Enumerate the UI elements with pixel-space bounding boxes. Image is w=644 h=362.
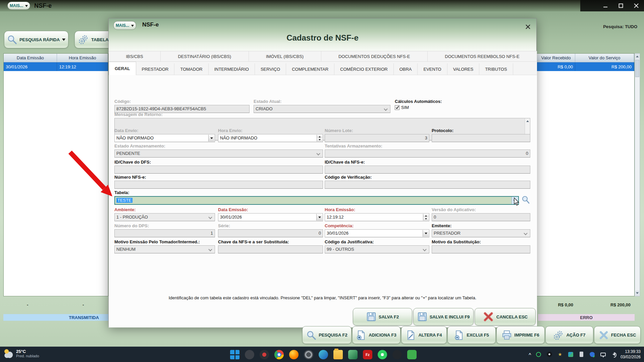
salva-label: SALVA F2 xyxy=(379,314,399,319)
tab-documentos-deducoes-nfs-e[interactable]: DOCUMENTOS DEDUÇÕES NFS-E xyxy=(321,51,428,61)
codigo-justificativa-label: Código da Justificativa: xyxy=(325,239,429,244)
scrollbar-thumb[interactable] xyxy=(635,60,639,77)
exclui-button[interactable]: EXCLUI F5 xyxy=(447,326,496,344)
scroll-up-button[interactable] xyxy=(635,54,639,59)
whatsapp-tray-icon[interactable] xyxy=(535,351,542,358)
chave-substituida-input[interactable] xyxy=(218,245,323,253)
gears-icon xyxy=(78,34,89,45)
minimize-button[interactable] xyxy=(598,0,613,11)
maximize-button[interactable] xyxy=(613,0,629,11)
cell-hora-emissao: 12:19:12 xyxy=(57,62,108,71)
emitente-select[interactable]: PRESTADOR xyxy=(432,229,530,237)
spin-down-button[interactable] xyxy=(317,138,322,141)
tab-evento[interactable]: EVENTO xyxy=(418,63,447,75)
green-app-icon[interactable] xyxy=(407,350,417,359)
dialog-mais-menu-button[interactable]: MAIS... xyxy=(113,21,136,30)
spreadsheet-app-icon[interactable] xyxy=(348,350,358,359)
firefox-icon[interactable] xyxy=(289,350,299,359)
competencia-combo[interactable]: 30/01/2026 xyxy=(325,229,429,237)
altera-button[interactable]: ALTERA F4 xyxy=(401,326,447,344)
column-header-hora-emissao[interactable]: Hora Emissão xyxy=(57,54,108,62)
tab-obra[interactable]: OBRA xyxy=(394,63,418,75)
tray-expand-icon[interactable]: ^ xyxy=(529,352,531,357)
column-header-valor-servico[interactable]: Valor do Serviço xyxy=(575,54,634,62)
fecha-button[interactable]: FECHA ESC xyxy=(594,326,641,344)
settings-gear-icon[interactable] xyxy=(304,350,313,359)
dropdown-button[interactable] xyxy=(208,135,214,141)
tabela-search-button[interactable] xyxy=(521,195,530,204)
mais-menu-button[interactable]: MAIS... xyxy=(7,2,30,10)
hora-envio-label: Hora Envio: xyxy=(218,128,323,133)
usb-tray-icon[interactable] xyxy=(578,351,585,358)
obs-tray-icon[interactable] xyxy=(546,351,553,358)
media-app-icon[interactable] xyxy=(260,350,269,359)
spin-up-button[interactable] xyxy=(317,135,322,138)
dark-circle-app-icon[interactable] xyxy=(392,350,402,359)
pesquisa-button[interactable]: PESQUISA F2 xyxy=(302,326,352,344)
cancela-button[interactable]: CANCELA ESC xyxy=(475,308,536,325)
tabela-dropdown-button[interactable] xyxy=(512,197,518,204)
edge-icon[interactable] xyxy=(319,350,328,359)
taskbar-app-icons: Fz xyxy=(230,350,417,359)
estado-armazenamento-select: PENDENTE xyxy=(114,149,323,158)
tab-imovel-ibs-cbs[interactable]: IMÓVEL (IBS/CBS) xyxy=(249,51,321,61)
column-header-data-emissao[interactable]: Data Emissão xyxy=(4,54,57,62)
filezilla-icon[interactable]: Fz xyxy=(363,350,372,359)
security-shield-icon[interactable] xyxy=(589,351,596,358)
spin-down-button[interactable] xyxy=(423,217,429,221)
dark-app-icon[interactable] xyxy=(245,350,254,359)
table-row-selected-right[interactable]: R$ 0,00 R$ 200,00 xyxy=(537,62,634,71)
quick-search-button[interactable]: PESQUISA RÁPIDA xyxy=(4,31,68,48)
chrome-icon[interactable] xyxy=(274,350,284,359)
whatsapp-icon[interactable] xyxy=(378,350,387,359)
scroll-down-button[interactable] xyxy=(635,291,639,296)
tab-comercio-exterior[interactable]: COMÉRCIO EXTERIOR xyxy=(334,63,394,75)
tab-ibs-cbs[interactable]: IBS/CBS xyxy=(109,51,161,61)
tab-complementar[interactable]: COMPLEMENTAR xyxy=(286,63,334,75)
dropdown-button[interactable] xyxy=(423,230,429,237)
tab-servico[interactable]: SERVIÇO xyxy=(255,63,286,75)
chevron-down-icon xyxy=(62,39,65,43)
acao-button[interactable]: AÇÃO F7 xyxy=(545,326,593,344)
salva-button[interactable]: SALVA F2 xyxy=(353,308,412,325)
hora-emissao-spinner[interactable]: 12:19:12 xyxy=(325,213,429,221)
photos-tray-icon[interactable] xyxy=(568,351,574,358)
results-grid-right: Valor Recebido Valor do Serviço R$ 0,00 … xyxy=(537,53,635,296)
tab-valores[interactable]: VALORES xyxy=(447,63,479,75)
weather-widget[interactable]: 25°C Pred. nublado xyxy=(3,349,39,359)
network-tray-icon[interactable] xyxy=(600,351,606,358)
start-button[interactable] xyxy=(230,350,239,359)
volume-tray-icon[interactable] xyxy=(610,351,617,358)
ambiente-select[interactable]: 1 - PRODUÇÃO xyxy=(114,213,215,221)
taskbar-clock[interactable]: 13:39:33 03/02/2026 xyxy=(621,349,641,360)
salva-e-inclui-button[interactable]: SALVA E INCLUI F9 xyxy=(413,308,474,325)
tab-geral[interactable]: GERAL xyxy=(109,62,136,75)
tab-destinatario-ibs-cbs[interactable]: DESTINATÁRIO (IBS/CBS) xyxy=(161,51,249,61)
dropdown-button[interactable] xyxy=(316,214,322,221)
weather-icon xyxy=(3,349,13,359)
codigo-justificativa-select[interactable]: 99 - OUTROS xyxy=(325,245,429,253)
tabela-button-label: TABELA xyxy=(91,37,109,42)
column-header-valor-recebido[interactable]: Valor Recebido xyxy=(537,54,575,62)
tabela-input[interactable]: TESTE xyxy=(114,196,519,205)
tab-documentos-reembolso-nfs-e[interactable]: DOCUMENTOS REEMBOLSO NFS-E xyxy=(428,51,537,61)
folder-icon[interactable] xyxy=(333,350,343,359)
tab-intermediario[interactable]: INTERMEDIÁRIO xyxy=(209,63,255,75)
close-icon xyxy=(634,3,639,8)
spin-up-button[interactable] xyxy=(423,214,429,217)
star-tray-icon[interactable]: ★ xyxy=(557,351,564,358)
hora-envio-spinner[interactable]: NÃO INFORMADO xyxy=(218,134,323,142)
tab-prestador[interactable]: PRESTADOR xyxy=(136,63,175,75)
adiciona-button[interactable]: ADICIONA F3 xyxy=(352,326,400,344)
tabela-label: Tabela: xyxy=(114,190,519,195)
tab-tomador[interactable]: TOMADOR xyxy=(174,63,208,75)
imprime-button[interactable]: IMPRIME F6 xyxy=(496,326,545,344)
data-envio-combo[interactable]: NÃO INFORMADO xyxy=(114,134,215,142)
motivo-emissao-select[interactable]: NENHUM xyxy=(114,245,215,253)
data-emissao-combo[interactable]: 30/01/2026 xyxy=(218,213,323,221)
grid-vertical-scrollbar[interactable] xyxy=(635,53,640,296)
dialog-close-button[interactable] xyxy=(524,22,532,31)
table-row-selected[interactable]: 30/01/2026 12:19:12 xyxy=(4,62,108,71)
tab-tributos[interactable]: TRIBUTOS xyxy=(479,63,513,75)
close-button[interactable] xyxy=(629,0,644,11)
